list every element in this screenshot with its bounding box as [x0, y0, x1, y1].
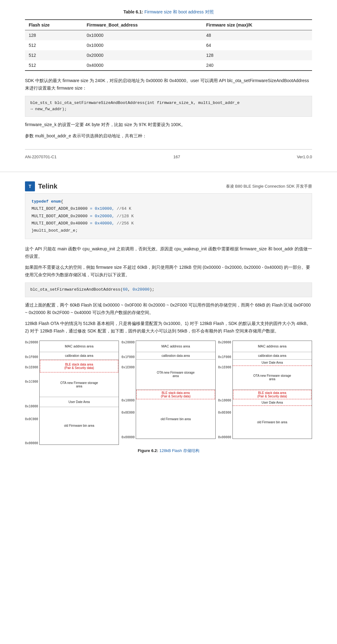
body-text-2: firmware_size_k 的设置一定要 4K byte 对齐，比如 siz…: [25, 121, 312, 129]
addr-00: 0x00000: [25, 441, 38, 445]
cell-size: 128: [203, 50, 312, 60]
cell-ota-2: OTA new Firmware storagearea: [136, 360, 215, 390]
table-row: 512 0x40000 240: [25, 60, 312, 71]
addr-labels-1: 0x20000 0x1F000 0x1E000 0x1C000 0x10000 …: [25, 341, 39, 445]
diagram-3-box: MAC address area calibration data area U…: [232, 341, 312, 439]
addr-1e-2: 0x1E000: [121, 366, 135, 369]
code-block-2: blc_ota_setFirmwareSizeAndBootAddress(60…: [25, 283, 312, 297]
enum-brace-open: {: [61, 199, 63, 204]
diagram-1-inner: 0x20000 0x1F000 0x1E000 0x1C000 0x10000 …: [25, 341, 119, 445]
col-boot-address: Firmware_Boot_address: [83, 20, 203, 30]
enum-val-3: = 0x40000,: [87, 221, 114, 226]
figure-caption-bold: Figure 6.2:: [138, 448, 158, 453]
body-text-bottom-1: 这个 API 只能在 main 函数中 cpu_wakeup_init 之前调用…: [25, 245, 312, 260]
addr-0c: 0x0C000: [25, 417, 38, 421]
cell-addr: 0x10000: [83, 30, 203, 41]
enum-val-1: = 0x10000,: [87, 206, 114, 211]
body-text-3: 参数 multi_boot_addr_e 表示可供选择的启动地址，共有三种：: [25, 132, 312, 140]
addr-10: 0x10000: [25, 405, 38, 408]
diagram-2-box: MAC address area calibration data area O…: [136, 341, 215, 439]
cell-calib-1: calibration data area: [40, 352, 119, 360]
page-footer: AN-22070701-C1 167 Ver1.0.0: [25, 149, 312, 159]
enum-name-3: MULTI_BOOT_ADDR_0x40000: [32, 221, 87, 226]
diagram-1: 0x20000 0x1F000 0x1E000 0x1C000 0x10000 …: [25, 341, 119, 445]
enum-name-1: MULTI_BOOT_ADDR_0x10000: [32, 206, 87, 211]
enum-closing: }multi_boot_addr_e;: [32, 228, 78, 233]
company-name: Telink: [38, 182, 57, 190]
top-section: Table 6.1: Firmware size 和 boot address …: [0, 0, 337, 172]
addr-top-2: 0x20000: [121, 341, 135, 344]
cell-ble-2: BLE stack data area(Pair & Security data…: [136, 390, 215, 399]
diagram-3: 0x20000 0x1F000 0x1E000 0x10000 0x0E000 …: [218, 341, 312, 445]
addr-1e-3: 0x1E000: [218, 366, 232, 369]
enum-keyword: typedef enum: [32, 199, 61, 204]
code-line-2: → new_fw_addr);: [30, 107, 67, 111]
code-func: blc_ota_setFirmwareSizeAndBootAddress(60…: [30, 287, 154, 292]
enum-name-2: MULTI_BOOT_ADDR_0x20000: [32, 214, 87, 219]
col-firmware-size: Firmware size (max)/K: [203, 20, 312, 30]
cell-old-3: old Firmware bin area: [233, 406, 312, 439]
cell-old-2: old Firmware bin area: [136, 400, 215, 439]
telink-logo: T: [25, 181, 35, 191]
page-subtitle: 泰凌 B80 BLE Single Connection SDK 开发手册: [61, 184, 312, 189]
diagram-1-box: MAC address area calibration data area B…: [39, 341, 119, 445]
table-row: 128 0x10000 48: [25, 30, 312, 41]
addr-labels-2: 0x20000 0x1F000 0x1E000 0x10000 0x0E000 …: [121, 341, 136, 439]
addr-10-3: 0x10000: [218, 399, 232, 402]
enum-comment-2: //128 K: [114, 214, 134, 219]
cell-size: 240: [203, 60, 312, 71]
cell-mac-2: MAC address area: [136, 341, 215, 352]
figure-caption-rest: 128kB Flash 存储结构: [159, 448, 199, 453]
cell-mac-3: MAC address area: [233, 341, 312, 352]
cell-userdate-3: User Date Area: [233, 360, 312, 366]
addr-1c: 0x1C000: [25, 380, 38, 383]
footer-center: 167: [173, 155, 180, 159]
table-row: 512 0x20000 128: [25, 50, 312, 60]
diagrams-wrapper: 0x20000 0x1F000 0x1E000 0x1C000 0x10000 …: [25, 341, 312, 445]
enum-comment-3: //256 K: [114, 221, 134, 226]
diagram-2-inner: 0x20000 0x1F000 0x1E000 0x10000 0x0E000 …: [121, 341, 215, 439]
table-row: 512 0x10000 64: [25, 40, 312, 50]
addr-top: 0x20000: [25, 341, 38, 344]
cell-addr: 0x40000: [83, 60, 203, 71]
cell-addr: 0x20000: [83, 50, 203, 60]
data-table: Flash size Firmware_Boot_address Firmwar…: [25, 19, 312, 71]
addr-1f-2: 0x1F000: [121, 355, 135, 359]
addr-1e: 0x1E000: [25, 366, 38, 369]
telink-header: T Telink 泰凌 B80 BLE Single Connection SD…: [25, 181, 312, 191]
addr-00-3: 0x00000: [218, 435, 232, 439]
addr-00-2: 0x00000: [121, 435, 135, 439]
addr-0e-2: 0x0E000: [121, 411, 135, 414]
cell-flash: 512: [25, 50, 83, 60]
footer-right: Ver1.0.0: [297, 155, 312, 159]
figure-caption: Figure 6.2: 128kB Flash 存储结构: [25, 448, 312, 454]
col-flash-size: Flash size: [25, 20, 83, 30]
page: Table 6.1: Firmware size 和 boot address …: [0, 0, 337, 644]
body-text-1: SDK 中默认的最大 firmware size 为 240K，对应的启动地址为…: [25, 77, 312, 92]
body-text-bottom-2: 如果固件不需要这么大的空间，例如 firmware size 不超过 60kB，…: [25, 264, 312, 279]
body-text-bottom-3: 通过上面的配置，两个 60kB Flash 区域 0x00000 ~ 0x0F0…: [25, 302, 312, 317]
bottom-section: T Telink 泰凌 B80 BLE Single Connection SD…: [0, 172, 337, 466]
cell-user-1: User Date Area: [40, 397, 119, 407]
cell-user2-3: User Date Area: [233, 400, 312, 406]
table-title-bold: Table 6.1:: [123, 9, 143, 14]
addr-top-3: 0x20000: [218, 341, 232, 344]
table-title-rest: Firmware size 和 boot address 对照: [144, 9, 214, 14]
cell-ota-3: OTA new Firmware storagearea: [233, 366, 312, 390]
diagram-3-inner: 0x20000 0x1F000 0x1E000 0x10000 0x0E000 …: [218, 341, 312, 439]
diagram-2: 0x20000 0x1F000 0x1E000 0x10000 0x0E000 …: [121, 341, 215, 445]
table-title: Table 6.1: Firmware size 和 boot address …: [25, 9, 312, 15]
cell-calib-2: calibration data area: [136, 352, 215, 360]
enum-comment-1: //64 K: [114, 206, 131, 211]
body-text-bottom-4: 128kB Flash OTA 中的情况与 512kB 基本相同，只是将偏移量需…: [25, 320, 312, 335]
addr-0e-3: 0x0E000: [218, 411, 232, 414]
cell-addr: 0x10000: [83, 40, 203, 50]
enum-val-2: = 0x20000,: [87, 214, 114, 219]
cell-old-1: old Firmware bin area: [40, 407, 119, 445]
cell-ble-1: BLE stack data area(Pair & Security data…: [40, 360, 118, 372]
cell-size: 48: [203, 30, 312, 41]
cell-size: 64: [203, 40, 312, 50]
cell-ble-3: BLE stack data area(Pair & Security data…: [233, 390, 311, 399]
logo-letter: T: [29, 184, 32, 189]
enum-code-block: typedef enum{ MULTI_BOOT_ADDR_0x10000 = …: [25, 193, 312, 239]
